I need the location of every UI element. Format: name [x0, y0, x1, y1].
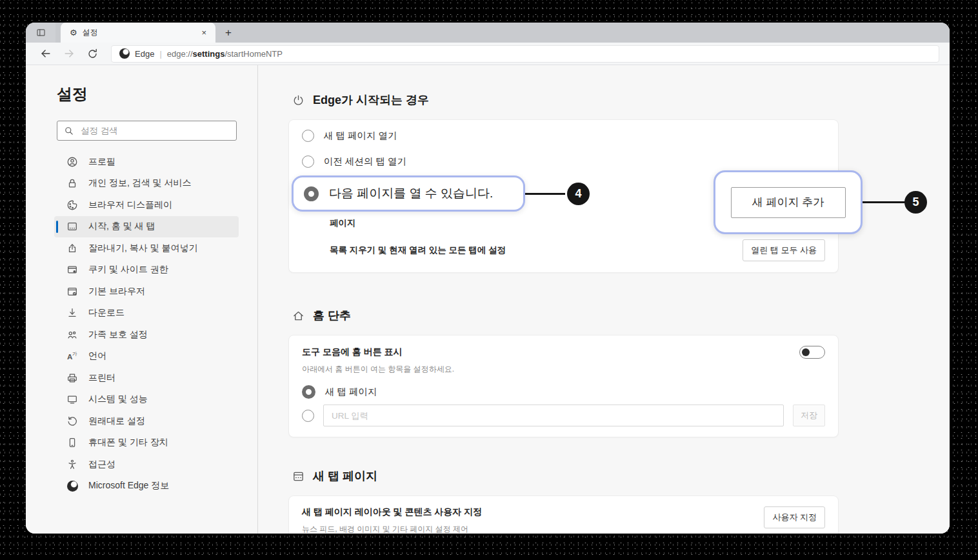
sidebar-item-downloads[interactable]: 다운로드	[54, 303, 239, 325]
radio-unselected-icon[interactable]	[302, 410, 314, 422]
accessibility-icon	[66, 458, 79, 471]
active-tab[interactable]: ⚙ 설정 ×	[61, 23, 215, 43]
toggle-knob	[802, 348, 810, 356]
sidebar-item-label: 개인 정보, 검색 및 서비스	[88, 177, 191, 189]
sidebar-item-share[interactable]: 잘라내기, 복사 및 붙여넣기	[54, 237, 239, 259]
downloads-icon	[66, 306, 79, 319]
default-browser-icon	[66, 285, 79, 298]
profile-icon	[66, 155, 79, 168]
home-option-newtab[interactable]: 새 탭 페이지	[302, 380, 825, 403]
edge-logo-icon	[119, 48, 130, 59]
sidebar-item-privacy[interactable]: 개인 정보, 검색 및 서비스	[54, 173, 239, 195]
new-tab-heading-label: 새 탭 페이지	[313, 468, 377, 484]
callout-circle-4: 4	[567, 183, 590, 205]
sidebar-item-phone[interactable]: 휴대폰 및 기타 장치	[54, 432, 239, 454]
address-url: edge://settings/startHomeNTP	[167, 49, 283, 59]
address-bar[interactable]: Edge | edge://settings/startHomeNTP	[111, 45, 939, 63]
back-button[interactable]	[36, 45, 55, 63]
home-url-input[interactable]	[323, 405, 784, 426]
sidebar-item-accessibility[interactable]: 접근성	[54, 454, 239, 475]
sidebar-item-default-browser[interactable]: 기본 브라우저	[54, 281, 239, 303]
home-button-section-heading: 홈 단추	[288, 308, 950, 323]
sidebar-item-family[interactable]: 가족 보호 설정	[54, 324, 239, 346]
callout-circle-5: 5	[904, 191, 927, 214]
sidebar-item-label: 다운로드	[88, 307, 125, 319]
refresh-icon	[87, 48, 98, 59]
sidebar-item-reset[interactable]: 원래대로 설정	[54, 410, 239, 432]
sidebar-item-label: 브라우저 디스플레이	[88, 199, 172, 211]
clear-list-label: 목록 지우기 및 현재 열려 있는 모든 탭에 설정	[330, 245, 506, 256]
tab-actions-button[interactable]	[26, 23, 55, 43]
use-open-tabs-button[interactable]: 열린 탭 모두 사용	[743, 239, 825, 261]
home-button-toggle[interactable]	[799, 346, 825, 359]
settings-search-box[interactable]	[57, 121, 237, 141]
tab-actions-icon	[35, 27, 46, 38]
back-arrow-icon	[40, 48, 52, 59]
content: 설정 프로필개인 정보, 검색 및 서비스브라우저 디스플레이시작, 홈 및 새…	[26, 65, 950, 534]
settings-search-input[interactable]	[81, 126, 230, 135]
forward-button[interactable]	[59, 45, 79, 63]
sidebar-item-languages[interactable]: A가언어	[54, 346, 239, 368]
sidebar-item-cookies[interactable]: 쿠키 및 사이트 권한	[54, 259, 239, 281]
startup-section-heading: Edge가 시작되는 경우	[288, 92, 950, 108]
home-option-newtab-label: 새 탭 페이지	[325, 386, 377, 398]
sidebar-item-start-home[interactable]: 시작, 홈 및 새 탭	[54, 216, 239, 238]
sidebar-title: 설정	[57, 85, 257, 104]
sidebar-item-label: 기본 브라우저	[88, 286, 145, 297]
settings-favicon-gear-icon: ⚙	[70, 28, 77, 37]
callout-4-line	[525, 193, 565, 195]
forward-arrow-icon	[63, 48, 75, 59]
tab-strip: ⚙ 설정 × +	[26, 23, 950, 43]
sidebar-item-label: 휴대폰 및 기타 장치	[88, 437, 168, 448]
sidebar-item-label: 쿠키 및 사이트 권한	[88, 264, 168, 275]
radio-selected-icon[interactable]	[302, 385, 315, 399]
toolbar: Edge | edge://settings/startHomeNTP	[26, 43, 950, 65]
sidebar-item-label: 가족 보호 설정	[88, 329, 148, 341]
new-tab-row-title: 새 탭 페이지 레이아웃 및 콘텐츠 사용자 지정	[302, 506, 482, 518]
home-button-card: 도구 모음에 홈 버튼 표시 아래에서 홈 버튼이 여는 항목을 설정하세요. …	[288, 335, 839, 437]
customize-button[interactable]: 사용자 지정	[764, 506, 825, 528]
new-tab-button[interactable]: +	[215, 23, 241, 43]
tab-close-icon[interactable]: ×	[199, 27, 209, 38]
sidebar-item-system[interactable]: 시스템 및 성능	[54, 389, 239, 411]
startup-option-label: 이전 세션의 탭 열기	[324, 155, 406, 168]
system-icon	[66, 393, 79, 406]
radio-unselected-icon[interactable]	[302, 130, 314, 142]
radio-selected-icon[interactable]	[304, 186, 319, 201]
sidebar-item-label: 프린터	[88, 372, 115, 384]
sidebar-nav: 프로필개인 정보, 검색 및 서비스브라우저 디스플레이시작, 홈 및 새 탭잘…	[54, 151, 239, 497]
sidebar-item-label: 언어	[88, 350, 106, 362]
sidebar-item-label: 프로필	[88, 156, 115, 168]
startup-option-label: 새 탭 페이지 열기	[324, 130, 397, 142]
sidebar-item-label: 잘라내기, 복사 및 붙여넣기	[88, 243, 198, 254]
sidebar-item-printer[interactable]: 프린터	[54, 367, 239, 389]
home-toggle-description: 아래에서 홈 버튼이 여는 항목을 설정하세요.	[302, 364, 825, 375]
new-tab-text-block: 새 탭 페이지 레이아웃 및 콘텐츠 사용자 지정 뉴스 피드, 배경 이미지 …	[302, 506, 482, 534]
home-toggle-label: 도구 모음에 홈 버튼 표시	[302, 346, 403, 358]
sidebar-item-edge-logo[interactable]: Microsoft Edge 정보	[54, 475, 239, 497]
add-new-page-button[interactable]: 새 페이지 추가	[731, 187, 846, 218]
start-home-icon	[66, 220, 79, 233]
sidebar-item-profile[interactable]: 프로필	[54, 151, 239, 173]
clear-list-row: 목록 지우기 및 현재 열려 있는 모든 탭에 설정 열린 탭 모두 사용	[302, 236, 825, 265]
new-tab-row-description: 뉴스 피드, 배경 이미지 및 기타 페이지 설정 제어	[302, 524, 482, 534]
radio-unselected-icon[interactable]	[302, 155, 314, 168]
startup-heading-label: Edge가 시작되는 경우	[313, 92, 429, 108]
save-button[interactable]: 저장	[793, 405, 825, 426]
reset-icon	[66, 415, 79, 428]
family-icon	[66, 328, 79, 341]
browser-window: ⚙ 설정 × + Edge | edge://settings/startHom…	[26, 23, 950, 534]
cookies-icon	[66, 263, 79, 276]
search-icon	[64, 126, 74, 136]
startup-option-newtab[interactable]: 새 탭 페이지 열기	[302, 123, 825, 148]
settings-main: Edge가 시작되는 경우 새 탭 페이지 열기 이전 세션의 탭 열기 다음 …	[258, 65, 950, 534]
svg-text:가: 가	[72, 351, 77, 357]
callout-5-line	[863, 201, 905, 203]
startup-option-specific-pages-label: 다음 페이지를 열 수 있습니다.	[329, 185, 493, 202]
sidebar-item-label: 시작, 홈 및 새 탭	[88, 221, 155, 232]
share-icon	[66, 242, 79, 255]
sidebar-item-appearance[interactable]: 브라우저 디스플레이	[54, 194, 239, 216]
appearance-icon	[66, 199, 79, 212]
sidebar-item-label: 접근성	[88, 459, 115, 470]
refresh-button[interactable]	[83, 45, 102, 63]
